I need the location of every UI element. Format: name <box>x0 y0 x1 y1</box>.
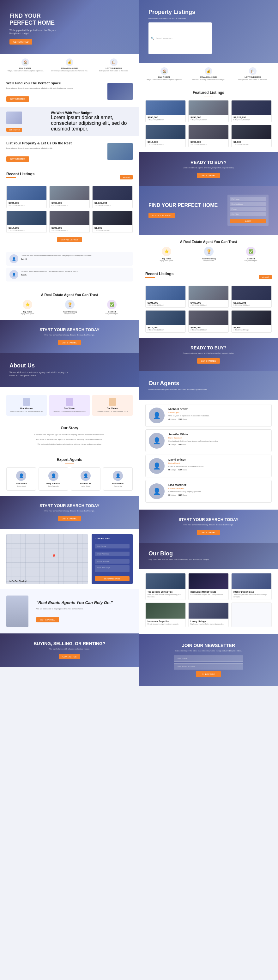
budget-desc: Lorem ipsum dolor sit amet, consectetur … <box>51 115 133 132</box>
contact-send-button[interactable]: SEND MESSAGE <box>95 576 130 581</box>
blog-card-3[interactable]: Investment Properties How to choose the … <box>145 603 186 627</box>
about-card-1: Our Vision Creating communities where pe… <box>49 395 90 416</box>
view-all-button[interactable]: View All <box>120 175 133 180</box>
find-hero-cta[interactable]: CONTACT AN AGENT <box>148 213 175 218</box>
listing-card-4[interactable]: $392,000 3 BD | 2 BA | 1,600 sqft <box>49 211 90 233</box>
cta1-button[interactable]: GET STARTED <box>58 340 81 345</box>
newsletter-name-input[interactable] <box>174 655 243 662</box>
recent2-card-0[interactable]: $995,000 3 BD | 2 BA | 1,850 sqft <box>145 286 186 308</box>
blog-card-4[interactable]: Luxury Listings Explore our most exclusi… <box>188 603 229 627</box>
trust2-item-0: ⭐ Top Rated Highly rated agents <box>159 247 173 262</box>
prop-feature-finance-desc: We'll find a financing solution that wor… <box>186 79 230 81</box>
trust2-sublabel-1: Multiple awards <box>202 260 216 262</box>
recent2-card-1[interactable]: $450,000 4 BD | 3 BA | 2,200 sqft <box>188 286 229 308</box>
agent-profile-3: 👤 Lisa Martinez Commercial Agent Commerc… <box>145 480 272 503</box>
recent2-view-all[interactable]: View All <box>259 275 272 279</box>
blog-card-placeholder <box>231 603 272 627</box>
newsletter-section: JOIN OUR NEWSLETTER Subscribe to get the… <box>139 634 278 686</box>
featured-card-0[interactable]: $995,000 3 BD | 2 BA | 1,850 sqft <box>145 100 186 123</box>
featured-card-4[interactable]: $392,000 3 BD | 2 BA | 1,600 sqft <box>188 125 229 147</box>
cta-search-desc: Find your perfect home today. Browse tho… <box>145 524 272 526</box>
featured-title: Featured Listings <box>145 91 272 95</box>
blog-card-2[interactable]: Interior Design Ideas Transform your hom… <box>231 573 272 600</box>
listing-price-2: $1,022,895 <box>94 202 130 204</box>
featured-card-3[interactable]: $914,000 2 BD | 2 BA | 1,200 sqft <box>145 125 186 147</box>
listing-card-3[interactable]: $914,000 2 BD | 2 BA | 1,200 sqft <box>6 211 47 233</box>
listing-desc-4: 3 BD | 2 BA | 1,600 sqft <box>51 229 87 232</box>
agent-name-0: John Smith <box>8 482 34 485</box>
contact-message-input[interactable] <box>95 565 130 572</box>
listing-img-1 <box>49 186 89 200</box>
recent2-img-5 <box>232 310 272 325</box>
find-space-cta[interactable]: GET STARTED <box>6 96 29 102</box>
list-prop-cta[interactable]: GET STARTED <box>6 156 29 162</box>
blog-grid-row2: Investment Properties How to choose the … <box>145 603 272 627</box>
our-story-title: Our Story <box>6 426 133 430</box>
listing-price-0: $995,000 <box>8 202 44 204</box>
find-city-input[interactable] <box>230 212 266 216</box>
featured-img-1 <box>189 100 229 115</box>
contact-phone-input[interactable] <box>95 559 130 563</box>
listing-card-2[interactable]: $1,022,895 5 BD | 4 BA | 3,100 sqft <box>92 186 133 208</box>
prop-search-bar[interactable]: 🔍 Search properties... <box>148 22 212 54</box>
newsletter-email-input[interactable] <box>174 663 243 670</box>
buying-title: BUYING, SELLING, OR RENTING? <box>6 641 133 646</box>
prop-feature-list: 📋 LIST YOUR HOME Sell it yourself. We'll… <box>230 67 275 81</box>
featured-card-5[interactable]: $1,800 1 BD | 1 BA | 800 sqft <box>231 125 272 147</box>
person-cta-button[interactable]: GET STARTED <box>37 617 59 622</box>
agents-page-hero: Our Agents Meet our team of experienced … <box>139 371 278 399</box>
recent2-card-4[interactable]: $392,000 3 BD | 2 BA | 1,600 sqft <box>188 310 229 332</box>
listing-card-1[interactable]: $450,000 4 BD | 3 BA | 2,200 sqft <box>49 186 90 208</box>
agents-list-section: 👤 Michael Brown Senior Agent Over 15 yea… <box>139 399 278 509</box>
trust-item-2: ✅ Certified Fully certified pros <box>105 300 119 315</box>
agent-avatar-2: 👤 <box>81 471 91 481</box>
prop-finance-icon: 💰 <box>205 67 212 75</box>
hero-cta-button[interactable]: GET STARTED <box>10 39 32 45</box>
agents-page-desc: Meet our team of experienced and dedicat… <box>148 388 212 390</box>
blog-card-1[interactable]: Real Estate Market Trends Current market… <box>188 573 229 600</box>
cta2-button[interactable]: GET STARTED <box>58 516 81 521</box>
about-card-icon-0 <box>23 398 30 406</box>
buying-cta-button[interactable]: CONTACT US <box>59 654 81 659</box>
contact-email-input[interactable] <box>95 552 130 556</box>
blog-img-3 <box>146 603 186 619</box>
agent-profile-title-3: Commercial Agent <box>168 487 201 489</box>
agent-avatar-3: 👤 <box>113 471 123 481</box>
agent-card-3: 👤 Sarah Davis Commercial <box>103 467 133 491</box>
listing-card-5[interactable]: $1,800 1 BD | 1 BA | 800 sqft <box>92 211 133 233</box>
avatar-1: 👤 <box>10 270 18 279</box>
contact-name-input[interactable] <box>95 544 130 549</box>
expert-agents-section: Expert Agents 👤 John Smith Senior Agent … <box>0 452 139 496</box>
ready2-cta[interactable]: GET STARTED <box>197 358 220 364</box>
featured-card-2[interactable]: $1,022,895 5 BD | 4 BA | 3,100 sqft <box>231 100 272 123</box>
blog-img-4 <box>189 603 229 619</box>
featured-card-1[interactable]: $450,000 4 BD | 3 BA | 2,200 sqft <box>188 100 229 123</box>
find-name-input[interactable] <box>230 197 266 201</box>
listing-card-0[interactable]: $995,000 3 BD | 2 BA | 1,850 sqft <box>6 186 47 208</box>
cta-search-title: START YOUR SEARCH TODAY <box>145 517 272 522</box>
featured-desc-0: 3 BD | 2 BA | 1,850 sqft <box>148 119 184 121</box>
list-property-section: List Your Property & Let Us Do the Rest … <box>0 136 139 167</box>
ready-cta-1[interactable]: GET STARTED <box>197 173 220 178</box>
list-icon: 📋 <box>110 59 118 66</box>
find-email-input[interactable] <box>230 202 266 206</box>
recent2-card-5[interactable]: $1,800 1 BD | 1 BA | 800 sqft <box>231 310 272 332</box>
agents-title: Expert Agents <box>6 457 133 462</box>
testimonial-text-1: "Amazing team, very professional. They w… <box>21 270 79 273</box>
recent2-card-3[interactable]: $914,000 2 BD | 2 BA | 1,200 sqft <box>145 310 186 332</box>
agent-title-3: Commercial <box>105 485 130 487</box>
cta-search-button[interactable]: GET STARTED <box>197 530 220 535</box>
find-form-submit[interactable]: SUBMIT <box>230 219 266 223</box>
testimonial-author-1: Jane S. <box>21 274 79 276</box>
newsletter-subscribe-button[interactable]: SUBSCRIBE <box>196 671 221 677</box>
budget-cta[interactable]: GET STARTED <box>6 128 22 132</box>
find-space-image <box>107 83 133 100</box>
listings-view-all-btn[interactable]: VIEW ALL LISTINGS <box>57 237 82 242</box>
blog-card-0[interactable]: Top 10 Home Buying Tips What you need to… <box>145 573 186 600</box>
recent2-card-2[interactable]: $1,022,895 5 BD | 4 BA | 3,100 sqft <box>231 286 272 308</box>
about-title: About Us <box>10 363 130 369</box>
prop-hero-title: Property Listings <box>148 9 268 16</box>
recent2-price-3: $914,000 <box>148 326 184 329</box>
list-prop-image <box>107 143 133 160</box>
find-phone-input[interactable] <box>230 207 266 211</box>
